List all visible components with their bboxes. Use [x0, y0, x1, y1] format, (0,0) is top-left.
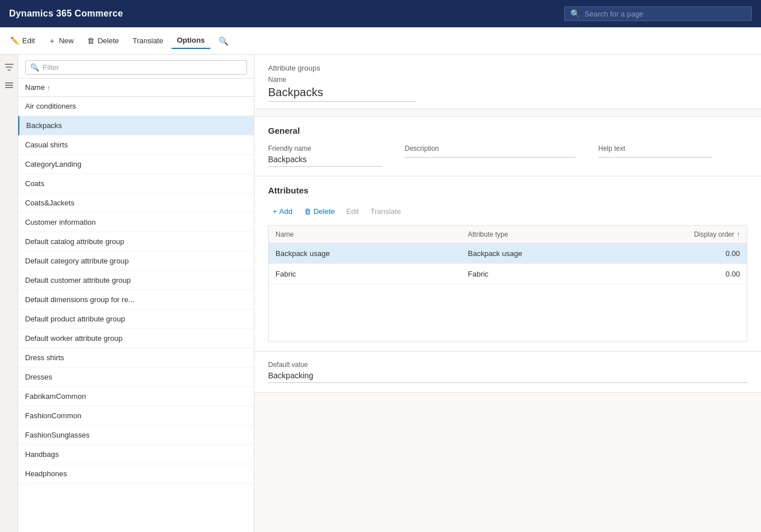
right-panel: Attribute groups Name Backpacks General … [254, 55, 761, 532]
general-field-row: Friendly name Backpacks Description Help… [268, 145, 747, 167]
list-item[interactable]: Default category attribute group [18, 251, 254, 271]
attr-add-icon: + [273, 207, 277, 216]
top-bar: Dynamics 365 Commerce 🔍 [0, 0, 761, 27]
order-sort-icon: ↑ [737, 230, 740, 238]
search-box[interactable]: 🔍 [564, 6, 752, 21]
left-panel: 🔍 Name ↑ Air conditionersBackpacksCasual… [18, 55, 254, 532]
list-item[interactable]: Dress shirts [18, 348, 254, 368]
list-container[interactable]: Air conditionersBackpacksCasual shirtsCa… [18, 97, 254, 532]
app-title: Dynamics 365 Commerce [9, 9, 123, 19]
friendly-name-field: Friendly name Backpacks [268, 145, 382, 167]
attr-translate-label: Translate [371, 207, 401, 216]
description-label: Description [405, 145, 575, 152]
filter-search-icon: 🔍 [30, 63, 39, 72]
new-icon: ＋ [48, 36, 56, 46]
detail-name-label: Name [268, 76, 747, 84]
list-item[interactable]: Default dimensions group for re... [18, 290, 254, 310]
attr-row-order: 0.00 [660, 249, 740, 258]
sort-arrow-icon: ↑ [47, 84, 51, 91]
help-text-value[interactable] [598, 155, 712, 158]
new-button[interactable]: ＋ New [43, 32, 79, 50]
attr-delete-label: Delete [314, 207, 335, 216]
list-item[interactable]: Customer information [18, 213, 254, 232]
search-icon: 🔍 [570, 9, 580, 18]
delete-label: Delete [97, 36, 119, 45]
help-text-label: Help text [598, 145, 712, 152]
list-item[interactable]: Backpacks [18, 116, 254, 135]
list-item[interactable]: FashionCommon [18, 406, 254, 426]
default-value-section: Default value Backpacking [254, 352, 761, 393]
filter-input-wrap[interactable]: 🔍 [25, 60, 247, 75]
delete-button[interactable]: 🗑 Delete [81, 33, 125, 48]
attributes-section-title: Attributes [268, 185, 747, 195]
friendly-name-label: Friendly name [268, 145, 382, 152]
edit-label: Edit [22, 36, 35, 45]
edit-button[interactable]: ✏️ Edit [5, 33, 40, 48]
general-section-title: General [268, 126, 747, 135]
detail-header: Attribute groups Name Backpacks [254, 55, 761, 109]
name-column-label: Name [25, 83, 45, 92]
translate-button[interactable]: Translate [127, 33, 169, 48]
list-item[interactable]: Dresses [18, 368, 254, 387]
edit-icon: ✏️ [10, 36, 19, 45]
delete-icon: 🗑 [87, 36, 94, 45]
attr-delete-icon: 🗑 [304, 207, 311, 216]
list-item[interactable]: Coats&Jackets [18, 193, 254, 213]
attr-edit-button[interactable]: Edit [342, 204, 363, 218]
side-icons [0, 55, 18, 532]
list-item[interactable]: FabrikamCommon [18, 387, 254, 406]
friendly-name-value[interactable]: Backpacks [268, 155, 382, 167]
toolbar: ✏️ Edit ＋ New 🗑 Delete Translate Options… [0, 27, 761, 55]
attr-row-order: 0.00 [660, 270, 740, 278]
page-title: Attribute groups [268, 64, 747, 72]
menu-side-icon[interactable] [1, 77, 17, 93]
list-item[interactable]: Default customer attribute group [18, 271, 254, 290]
list-item[interactable]: CategoryLanding [18, 155, 254, 174]
attr-table-row[interactable]: Fabric Fabric 0.00 [269, 264, 747, 284]
attr-toolbar: + Add 🗑 Delete Edit Translate [268, 204, 747, 218]
list-item[interactable]: Casual shirts [18, 135, 254, 155]
attr-col-order-header: Display order ↑ [660, 230, 740, 238]
description-value[interactable] [405, 155, 575, 158]
filter-side-icon[interactable] [1, 59, 17, 75]
attr-empty-space [269, 284, 747, 341]
options-label: Options [177, 36, 205, 44]
svg-rect-2 [5, 87, 13, 88]
list-item[interactable]: Air conditioners [18, 97, 254, 116]
attr-edit-label: Edit [346, 207, 359, 216]
default-value-value[interactable]: Backpacking [268, 371, 747, 383]
attr-rows-container: Backpack usage Backpack usage 0.00 Fabri… [269, 244, 747, 284]
list-item[interactable]: Coats [18, 174, 254, 193]
toolbar-search-button[interactable]: 🔍 [213, 33, 234, 49]
default-value-label: Default value [268, 361, 747, 369]
list-item[interactable]: FashionSunglasses [18, 426, 254, 445]
attr-table-row[interactable]: Backpack usage Backpack usage 0.00 [269, 244, 747, 264]
description-field: Description [405, 145, 575, 158]
detail-name-value: Backpacks [268, 86, 416, 102]
attr-table-header: Name Attribute type Display order ↑ [269, 226, 747, 244]
main-layout: 🔍 Name ↑ Air conditionersBackpacksCasual… [0, 55, 761, 532]
general-section: General Friendly name Backpacks Descript… [254, 116, 761, 176]
new-label: New [59, 36, 73, 45]
attr-row-name: Backpack usage [275, 249, 468, 258]
list-item[interactable]: Default catalog attribute group [18, 232, 254, 251]
attributes-section: Attributes + Add 🗑 Delete Edit Translate [254, 176, 761, 352]
attr-row-type: Fabric [468, 270, 660, 278]
attr-row-name: Fabric [275, 270, 468, 278]
attr-col-name-header: Name [275, 230, 468, 238]
filter-input[interactable] [43, 63, 242, 72]
search-input[interactable] [585, 10, 746, 18]
list-header: 🔍 [18, 55, 254, 79]
options-button[interactable]: Options [171, 32, 211, 49]
attr-translate-button[interactable]: Translate [366, 204, 406, 218]
list-item[interactable]: Default product attribute group [18, 310, 254, 329]
attr-delete-button[interactable]: 🗑 Delete [299, 204, 340, 218]
attr-col-type-header: Attribute type [468, 230, 660, 238]
list-column-header: Name ↑ [18, 79, 254, 97]
list-item[interactable]: Headphones [18, 464, 254, 484]
list-item[interactable]: Default worker attribute group [18, 329, 254, 348]
attr-add-button[interactable]: + Add [268, 204, 297, 218]
attr-row-type: Backpack usage [468, 249, 660, 258]
help-text-field: Help text [598, 145, 712, 158]
list-item[interactable]: Handbags [18, 445, 254, 464]
